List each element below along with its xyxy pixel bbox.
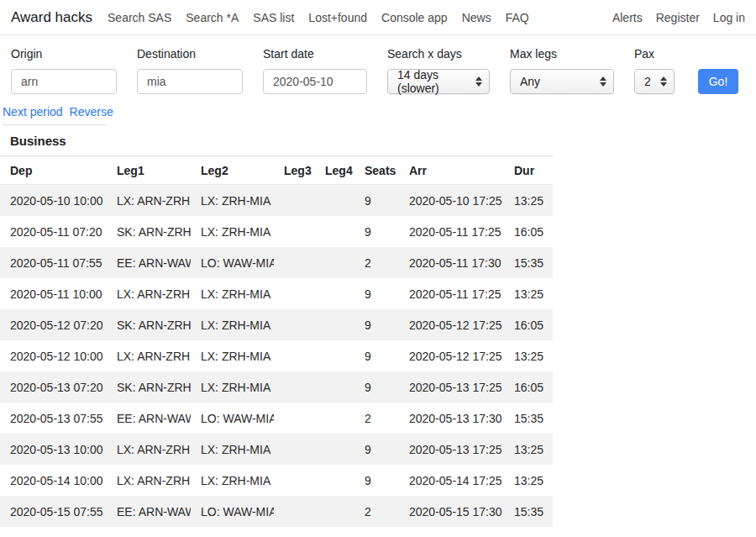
table-row: 2020-05-15 07:55EE: ARN-WAWLO: WAW-MIA22…: [0, 496, 553, 527]
table-cell: [274, 496, 315, 527]
table-cell: LO: WAW-MIA: [191, 496, 274, 527]
table-cell: 2020-05-13 07:55: [0, 403, 107, 434]
go-button[interactable]: Go!: [698, 69, 738, 94]
table-cell: LX: ZRH-MIA: [191, 309, 274, 340]
col-header-leg3: Leg3: [274, 156, 315, 185]
table-cell: 15:35: [504, 496, 553, 527]
nav-link-console-app[interactable]: Console app: [381, 11, 448, 24]
top-navbar: Award hacks Search SAS Search *A SAS lis…: [0, 0, 756, 35]
table-cell: 2020-05-11 17:25: [399, 278, 504, 309]
table-cell: [274, 371, 315, 403]
next-period-link[interactable]: Next period: [3, 105, 63, 118]
select-stepper-icon: [475, 76, 482, 87]
table-cell: 2020-05-13 07:20: [0, 371, 107, 403]
table-row: 2020-05-13 07:20SK: ARN-ZRHLX: ZRH-MIA92…: [0, 371, 553, 403]
table-row: 2020-05-11 10:00LX: ARN-ZRHLX: ZRH-MIA92…: [0, 278, 553, 309]
pax-select[interactable]: 2: [634, 69, 675, 94]
table-cell: 13:25: [504, 465, 553, 496]
results-table-body: 2020-05-10 10:00LX: ARN-ZRHLX: ZRH-MIA92…: [0, 185, 553, 528]
table-cell: 9: [354, 185, 399, 217]
max-legs-label: Max legs: [510, 47, 614, 61]
table-cell: [315, 185, 354, 217]
table-cell: 2020-05-15 07:55: [0, 496, 107, 527]
table-row: 2020-05-13 07:55EE: ARN-WAWLO: WAW-MIA22…: [0, 403, 553, 434]
search-days-selected-value: 14 days (slower): [397, 68, 470, 95]
origin-input[interactable]: [11, 69, 117, 94]
search-days-label: Search x days: [387, 47, 490, 61]
table-cell: 2020-05-11 07:20: [0, 216, 107, 247]
nav-link-news[interactable]: News: [462, 11, 491, 24]
table-cell: 2020-05-10 10:00: [0, 185, 107, 217]
table-cell: 2020-05-12 10:00: [0, 340, 107, 371]
table-cell: [315, 309, 354, 340]
start-date-label: Start date: [263, 47, 367, 61]
table-cell: 15:35: [504, 403, 553, 434]
col-header-leg1: Leg1: [107, 156, 191, 185]
table-cell: LX: ARN-ZRH: [107, 278, 191, 309]
table-cell: 2020-05-14 17:25: [399, 465, 504, 496]
select-stepper-icon: [600, 76, 606, 87]
nav-link-lost-found[interactable]: Lost+found: [308, 11, 367, 24]
table-cell: 13:25: [504, 434, 553, 465]
nav-link-login[interactable]: Log in: [713, 11, 745, 24]
table-cell: SK: ARN-ZRH: [107, 371, 191, 403]
table-cell: [315, 216, 354, 247]
pax-field-group: Pax 2: [634, 47, 675, 94]
table-cell: 9: [354, 371, 399, 403]
table-cell: 16:05: [504, 216, 553, 247]
table-row: 2020-05-11 07:20SK: ARN-ZRHLX: ZRH-MIA92…: [0, 216, 553, 247]
table-cell: 2020-05-11 17:30: [399, 247, 504, 278]
table-cell: EE: ARN-WAW: [107, 247, 191, 278]
table-cell: LO: WAW-MIA: [191, 247, 274, 278]
table-cell: 9: [354, 309, 399, 340]
table-cell: [274, 247, 315, 278]
nav-links-right: Alerts Register Log in: [612, 11, 745, 24]
col-header-dur: Dur: [504, 156, 553, 185]
table-cell: 9: [354, 434, 399, 465]
max-legs-select[interactable]: Any: [510, 69, 614, 94]
table-cell: SK: ARN-ZRH: [107, 216, 191, 247]
nav-link-faq[interactable]: FAQ: [506, 11, 529, 24]
table-cell: 2: [354, 247, 399, 278]
nav-link-search-sas[interactable]: Search SAS: [108, 11, 171, 24]
period-nav: Next period Reverse: [3, 105, 107, 125]
destination-input[interactable]: [137, 69, 243, 94]
table-cell: 2020-05-14 10:00: [0, 465, 107, 496]
table-cell: 9: [354, 216, 399, 247]
table-row: 2020-05-12 10:00LX: ARN-ZRHLX: ZRH-MIA92…: [0, 340, 553, 371]
origin-label: Origin: [11, 47, 117, 61]
max-legs-selected-value: Any: [520, 75, 540, 88]
nav-link-sas-list[interactable]: SAS list: [253, 11, 294, 24]
nav-link-register[interactable]: Register: [656, 11, 700, 24]
brand-link[interactable]: Award hacks: [11, 9, 92, 26]
search-days-select[interactable]: 14 days (slower): [387, 69, 490, 94]
table-cell: LX: ARN-ZRH: [107, 434, 191, 465]
table-cell: LX: ZRH-MIA: [191, 340, 274, 371]
table-cell: [315, 496, 354, 527]
nav-link-search-star-a[interactable]: Search *A: [186, 11, 239, 24]
table-cell: 13:25: [504, 278, 553, 309]
start-date-input[interactable]: [263, 69, 367, 94]
table-cell: LX: ZRH-MIA: [191, 216, 274, 247]
table-cell: 2020-05-13 17:25: [399, 371, 504, 403]
nav-links-left: Search SAS Search *A SAS list Lost+found…: [108, 11, 529, 24]
origin-field-group: Origin: [11, 47, 117, 94]
col-header-leg4: Leg4: [315, 156, 354, 185]
table-cell: LX: ZRH-MIA: [191, 278, 274, 309]
results-table-header: Dep Leg1 Leg2 Leg3 Leg4 Seats Arr Dur: [0, 156, 553, 185]
table-row: 2020-05-10 10:00LX: ARN-ZRHLX: ZRH-MIA92…: [0, 185, 553, 217]
table-cell: 2020-05-12 17:25: [399, 340, 504, 371]
table-cell: LX: ZRH-MIA: [191, 465, 274, 496]
table-cell: 2: [354, 496, 399, 527]
table-cell: [315, 434, 354, 465]
reverse-link[interactable]: Reverse: [70, 105, 113, 118]
table-row: 2020-05-13 10:00LX: ARN-ZRHLX: ZRH-MIA92…: [0, 434, 553, 465]
nav-link-alerts[interactable]: Alerts: [612, 11, 643, 24]
table-cell: EE: ARN-WAW: [107, 496, 191, 527]
table-cell: LX: ZRH-MIA: [191, 371, 274, 403]
table-cell: 2020-05-12 17:25: [399, 309, 504, 340]
table-cell: LX: ZRH-MIA: [191, 185, 274, 217]
table-cell: LX: ARN-ZRH: [107, 340, 191, 371]
table-row: 2020-05-12 07:20SK: ARN-ZRHLX: ZRH-MIA92…: [0, 309, 553, 340]
table-cell: LO: WAW-MIA: [191, 403, 274, 434]
